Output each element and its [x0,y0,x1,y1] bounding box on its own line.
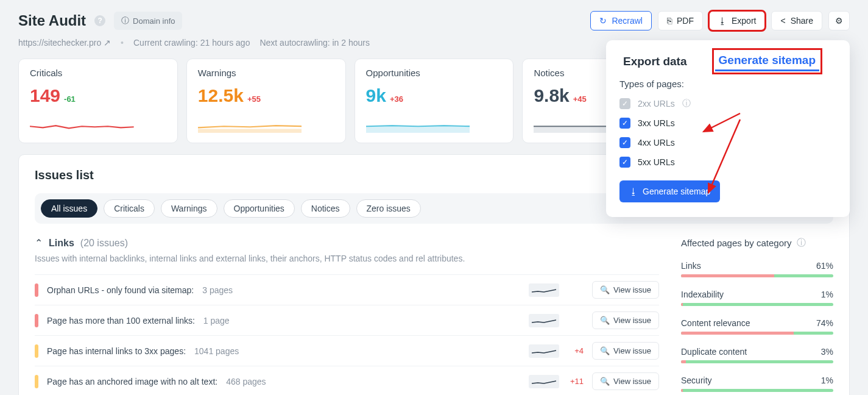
issue-row: Orphan URLs - only found via sitemap: 3 … [35,274,659,305]
category-bar [681,274,833,277]
category-row[interactable]: Links61% [681,261,833,277]
category-row[interactable]: Content relevance74% [681,318,833,335]
issue-subtext: 1 page [203,316,230,326]
crawl-status: Current crawling: 21 hours ago [133,38,250,48]
svg-rect-2 [198,129,302,132]
category-name: Duplicate content [681,347,747,357]
share-icon: < [780,16,785,26]
issue-row: Page has more than 100 external links: 1… [35,305,659,335]
issue-title: Page has an anchored image with no alt t… [47,377,217,386]
issue-sparkline [529,283,559,297]
external-link-icon: ↗ [104,38,111,48]
card-delta: -61 [64,94,76,104]
checkbox-5xx[interactable]: ✓ 5xx URLs [619,152,836,172]
category-bar [681,389,833,392]
help-icon[interactable]: ? [94,15,105,26]
filter-notices[interactable]: Notices [301,199,350,218]
issue-trend: +4 [568,346,584,355]
checkbox-icon: ✓ [619,118,630,129]
export-label: Export [732,16,756,26]
group-name: Links [49,238,74,249]
card-delta: +45 [573,94,587,104]
filter-warnings[interactable]: Warnings [161,199,217,218]
issue-subtext: 3 pages [202,285,233,295]
checkbox-label: 4xx URLs [638,138,675,148]
site-url-link[interactable]: https://sitechecker.pro ↗ [18,38,111,48]
category-bar [681,332,833,335]
export-button[interactable]: ⭳ Export [709,11,765,30]
affected-pages-title: Affected pages by category ⓘ [681,237,833,249]
sparkline [366,115,470,134]
category-bar [681,360,833,363]
view-issue-button[interactable]: 🔍View issue [592,281,659,299]
card-warnings[interactable]: Warnings 12.5k +55 [186,59,346,143]
recrawl-label: Recrawl [612,16,643,26]
card-criticals[interactable]: Criticals 149 -61 [18,59,178,143]
checkbox-icon: ✓ [619,157,630,168]
settings-button[interactable]: ⚙ [828,11,850,30]
sparkline [198,115,302,134]
severity-badge [35,283,38,297]
card-opportunities[interactable]: Opportunities 9k +36 [355,59,514,143]
checkbox-label: 5xx URLs [638,157,675,167]
download-icon: ⭳ [629,187,638,196]
domain-info-button[interactable]: ⓘ Domain info [114,12,182,30]
info-icon[interactable]: ⓘ [797,237,806,249]
checkbox-3xx[interactable]: ✓ 3xx URLs [619,113,836,133]
search-icon: 🔍 [600,346,610,355]
category-row[interactable]: Security1% [681,375,833,392]
checkbox-icon: ✓ [619,98,630,109]
checkbox-4xx[interactable]: ✓ 4xx URLs [619,133,836,152]
filter-zero-issues[interactable]: Zero issues [356,199,421,218]
issue-title: Page has more than 100 external links: [47,316,195,326]
sparkline [30,115,134,134]
category-pct: 61% [816,261,833,271]
category-pct: 1% [821,290,833,299]
category-row[interactable]: Indexability1% [681,290,833,306]
category-pct: 1% [821,375,833,385]
card-value: 9k [366,85,386,106]
tab-generate-sitemap[interactable]: Generate sitemap [715,51,819,71]
issue-title: Page has internal links to 3xx pages: [47,346,186,356]
generate-sitemap-label: Generate sitemap [643,187,710,196]
issue-title: Orphan URLs - only found via sitemap: [47,285,194,295]
svg-rect-3 [366,126,470,133]
category-name: Content relevance [681,318,750,328]
filter-opportunities[interactable]: Opportunities [224,199,295,218]
issue-group-toggle[interactable]: ⌃ Links (20 issues) [35,237,659,249]
category-pct: 3% [821,347,833,357]
issue-sparkline [529,375,559,388]
tab-export-data[interactable]: Export data [619,52,691,71]
checkbox-2xx: ✓ 2xx URLs ⓘ [619,94,836,113]
card-value: 149 [30,85,60,106]
search-icon: 🔍 [600,285,610,294]
share-label: Share [791,16,813,26]
download-icon: ⭳ [718,16,727,26]
category-name: Links [681,261,701,271]
filter-criticals[interactable]: Criticals [104,199,155,218]
share-button[interactable]: < Share [771,11,822,30]
view-issue-button[interactable]: 🔍View issue [592,372,659,390]
severity-badge [35,344,38,358]
card-delta: +55 [247,94,261,104]
info-icon[interactable]: ⓘ [682,98,691,109]
export-dropdown: Export data Generate sitemap Types of pa… [606,40,850,217]
category-pct: 74% [816,318,833,328]
generate-sitemap-button[interactable]: ⭳ Generate sitemap [619,180,720,202]
view-issue-button[interactable]: 🔍View issue [592,342,659,360]
pdf-button[interactable]: ⎘ PDF [658,11,703,30]
card-value: 9.8k [534,85,569,106]
recrawl-button[interactable]: ↻ Recrawl [590,11,652,30]
gear-icon: ⚙ [835,16,843,26]
next-crawl: Next autocrawling: in 2 hours [259,38,370,48]
category-row[interactable]: Duplicate content3% [681,347,833,363]
card-title: Warnings [198,68,334,78]
filter-all-issues[interactable]: All issues [41,199,97,218]
issue-row: Page has internal links to 3xx pages: 10… [35,335,659,366]
group-count: (20 issues) [80,238,128,249]
view-issue-button[interactable]: 🔍View issue [592,311,659,329]
issue-sparkline [529,344,559,358]
group-description: Issues with internal backlinks, internal… [35,254,659,263]
domain-info-label: Domain info [133,16,175,26]
search-icon: 🔍 [600,316,610,325]
